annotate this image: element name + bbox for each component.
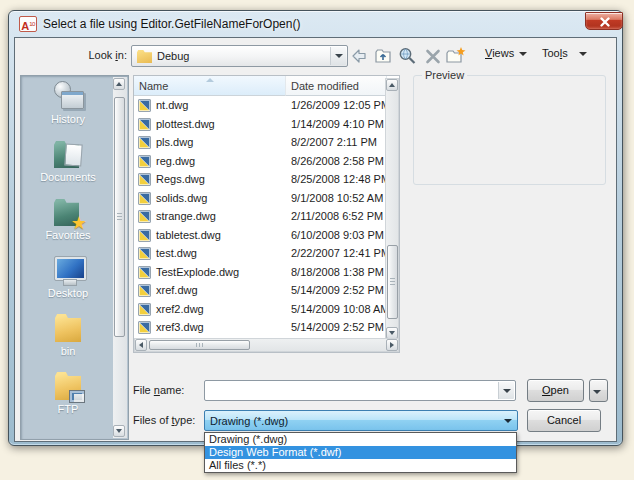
chevron-down-icon <box>504 419 512 423</box>
search-icon <box>397 46 419 66</box>
dialog-window: A10 Select a file using Editor.GetFileNa… <box>8 10 623 446</box>
chevron-down-icon <box>335 54 343 58</box>
look-in-label: Look in: <box>43 49 127 61</box>
table-row[interactable]: solids.dwg 9/1/2008 10:52 AM <box>134 190 387 209</box>
date-modified-cell: 5/14/2009 2:52 PM <box>291 321 386 333</box>
column-header-name[interactable]: Name <box>134 76 286 96</box>
table-row[interactable]: TestExplode.dwg 8/18/2008 1:38 PM <box>134 264 387 283</box>
table-row[interactable]: strange.dwg 2/11/2008 6:52 PM <box>134 208 387 227</box>
preview-label: Preview <box>422 69 467 81</box>
file-name-input[interactable] <box>208 383 496 398</box>
files-of-type-label: Files of type: <box>133 414 195 426</box>
table-row[interactable]: xref.dwg 5/14/2009 2:52 PM <box>134 282 387 301</box>
tools-menu-button[interactable]: Tools <box>542 47 568 63</box>
sidebar-item[interactable]: bin <box>22 312 114 358</box>
sidebar-item-icon <box>48 312 88 344</box>
sidebar-item-label: FTP <box>22 403 114 415</box>
scroll-left-arrow[interactable] <box>135 339 147 351</box>
date-modified-cell: 8/18/2008 1:38 PM <box>291 266 386 278</box>
date-modified-cell: 9/1/2008 10:52 AM <box>291 192 386 204</box>
sidebar-scrollbar[interactable] <box>113 77 127 438</box>
sidebar-item-icon <box>48 370 88 402</box>
views-menu-button[interactable]: Views <box>485 47 514 63</box>
table-row[interactable]: xref3.dwg 5/14/2009 2:52 PM <box>134 319 387 338</box>
look-in-value: Debug <box>157 50 189 62</box>
sidebar-item[interactable]: Documents <box>22 138 114 184</box>
file-name-cell: xref3.dwg <box>156 321 204 333</box>
dwg-file-icon <box>138 284 151 297</box>
file-name-cell: pls.dwg <box>156 136 193 148</box>
sidebar-item-label: Favorites <box>22 229 114 241</box>
files-of-type-combo[interactable]: Drawing (*.dwg) <box>204 410 518 431</box>
tools-chevron-down-icon[interactable] <box>579 52 587 56</box>
search-web-button[interactable] <box>397 46 417 66</box>
chevron-down-icon <box>593 390 601 394</box>
table-row[interactable]: xref2.dwg 5/14/2009 10:08 AM <box>134 301 387 320</box>
scroll-right-arrow[interactable] <box>386 339 398 351</box>
sidebar-item[interactable]: History <box>22 80 114 126</box>
sidebar-item[interactable]: Desktop <box>22 254 114 300</box>
date-modified-cell: 1/26/2009 12:05 PM <box>291 99 386 111</box>
new-folder-icon <box>445 46 467 66</box>
list-vertical-scrollbar[interactable] <box>385 78 399 340</box>
file-name-cell: TestExplode.dwg <box>156 266 239 278</box>
back-button[interactable] <box>349 46 369 66</box>
dwg-file-icon <box>138 303 151 316</box>
file-name-dropdown-arrow[interactable] <box>498 382 514 399</box>
sidebar-item-label: Documents <box>22 171 114 183</box>
table-row[interactable]: pls.dwg 8/2/2007 2:11 PM <box>134 134 387 153</box>
type-option[interactable]: Drawing (*.dwg) <box>205 433 516 446</box>
date-modified-cell: 2/22/2007 12:41 PM <box>291 247 386 259</box>
open-button[interactable]: Open <box>527 379 584 402</box>
sidebar-item[interactable]: FTP <box>22 370 114 416</box>
delete-button[interactable] <box>423 46 443 66</box>
dwg-file-icon <box>138 136 151 149</box>
file-list: Name Date modified nt.dwg 1/26/2009 12:0… <box>133 75 400 353</box>
scrollbar-thumb[interactable] <box>114 97 125 337</box>
cancel-button[interactable]: Cancel <box>527 409 601 432</box>
dwg-file-icon <box>138 155 151 168</box>
date-modified-cell: 8/2/2007 2:11 PM <box>291 136 386 148</box>
views-chevron-down-icon[interactable] <box>519 52 527 56</box>
table-row[interactable]: tabletest.dwg 6/10/2008 9:03 PM <box>134 227 387 246</box>
date-modified-cell: 1/14/2009 4:10 PM <box>291 118 386 130</box>
date-modified-cell: 5/14/2009 10:08 AM <box>291 303 386 315</box>
sidebar-item-icon <box>48 138 88 170</box>
sidebar-item[interactable]: Favorites <box>22 196 114 242</box>
file-name-cell: strange.dwg <box>156 210 216 222</box>
scroll-down-arrow[interactable] <box>113 425 125 437</box>
date-modified-cell: 8/25/2008 12:48 PM <box>291 173 386 185</box>
sidebar-item-icon <box>48 196 88 228</box>
column-header-date-modified[interactable]: Date modified <box>286 76 387 96</box>
table-row[interactable]: test.dwg 2/22/2007 12:41 PM <box>134 245 387 264</box>
sidebar-item-label: Desktop <box>22 287 114 299</box>
new-folder-button[interactable] <box>445 46 465 66</box>
close-button[interactable] <box>585 12 623 30</box>
table-row[interactable]: nt.dwg 1/26/2009 12:05 PM <box>134 97 387 116</box>
files-of-type-dropdown-arrow[interactable] <box>500 412 516 429</box>
type-option[interactable]: Design Web Format (*.dwf) <box>205 446 516 459</box>
close-icon <box>598 15 612 29</box>
scroll-up-arrow[interactable] <box>113 78 125 90</box>
files-of-type-value: Drawing (*.dwg) <box>210 415 288 427</box>
scroll-up-arrow[interactable] <box>386 79 398 91</box>
back-arrow-icon <box>349 46 369 66</box>
dwg-file-icon <box>138 229 151 242</box>
look-in-dropdown-arrow[interactable] <box>330 47 346 65</box>
sidebar-item-label: History <box>22 113 114 125</box>
date-modified-cell: 6/10/2008 9:03 PM <box>291 229 386 241</box>
scrollbar-thumb[interactable] <box>387 245 398 319</box>
file-name-cell: reg.dwg <box>156 155 195 167</box>
file-name-cell: nt.dwg <box>156 99 188 111</box>
scrollbar-thumb[interactable] <box>149 340 250 350</box>
title-bar[interactable]: A10 Select a file using Editor.GetFileNa… <box>9 11 622 37</box>
list-horizontal-scrollbar[interactable] <box>134 338 399 352</box>
up-one-level-button[interactable] <box>373 46 393 66</box>
table-row[interactable]: plottest.dwg 1/14/2009 4:10 PM <box>134 116 387 135</box>
desktop-background: A10 Select a file using Editor.GetFileNa… <box>0 0 634 480</box>
table-row[interactable]: reg.dwg 8/26/2008 2:58 PM <box>134 153 387 172</box>
type-option[interactable]: All files (*.*) <box>205 459 516 472</box>
look-in-dropdown[interactable]: Debug <box>131 45 348 67</box>
table-row[interactable]: Regs.dwg 8/25/2008 12:48 PM <box>134 171 387 190</box>
open-split-button[interactable] <box>589 379 608 402</box>
